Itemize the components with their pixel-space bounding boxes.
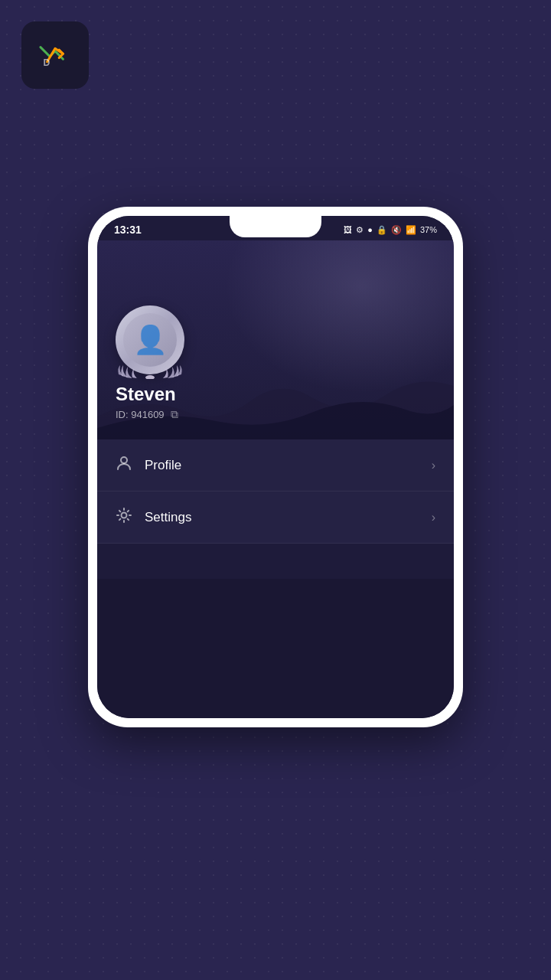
battery-text: 37% [420,225,437,234]
photo-icon: 🖼 [344,225,352,234]
status-icons: 🖼 ⚙ ● 🔒 🔇 📶 37% [344,225,437,235]
phone-notch [230,216,321,237]
phone-frame: 13:31 🖼 ⚙ ● 🔒 🔇 📶 37% [88,207,463,727]
wifi-icon: 📶 [406,225,416,235]
phone-screen: 13:31 🖼 ⚙ ● 🔒 🔇 📶 37% [97,216,454,718]
laurel-wreath-icon [116,358,184,379]
profile-hero: 👤 Steven ID: 941609 [97,240,454,439]
dot-icon: ● [367,225,373,234]
user-id-text: ID: 941609 [116,409,165,420]
svg-point-1 [145,375,155,379]
avatar-badge: 👤 [116,305,184,374]
menu-list: Profile › Settings › [97,439,454,579]
app-icon[interactable]: D [21,21,89,89]
settings-chevron-icon: › [432,511,435,524]
svg-text:D: D [43,57,50,68]
settings-menu-icon [116,507,132,528]
profile-menu-icon [116,455,132,475]
settings-menu-label: Settings [145,510,432,525]
svg-point-3 [122,513,127,518]
screen-remainder [97,579,454,718]
profile-menu-label: Profile [145,458,432,473]
copy-icon[interactable]: ⧉ [171,408,178,421]
mute-icon: 🔇 [391,225,402,235]
settings-status-icon: ⚙ [356,225,364,235]
svg-point-2 [121,457,127,463]
lock-icon: 🔒 [377,225,387,235]
menu-item-settings[interactable]: Settings › [97,492,454,544]
user-id-row: ID: 941609 ⧉ [116,408,435,421]
person-icon: 👤 [133,326,168,354]
user-name: Steven [116,384,435,405]
profile-chevron-icon: › [432,459,435,472]
menu-item-profile[interactable]: Profile › [97,439,454,492]
status-time: 13:31 [114,224,142,236]
